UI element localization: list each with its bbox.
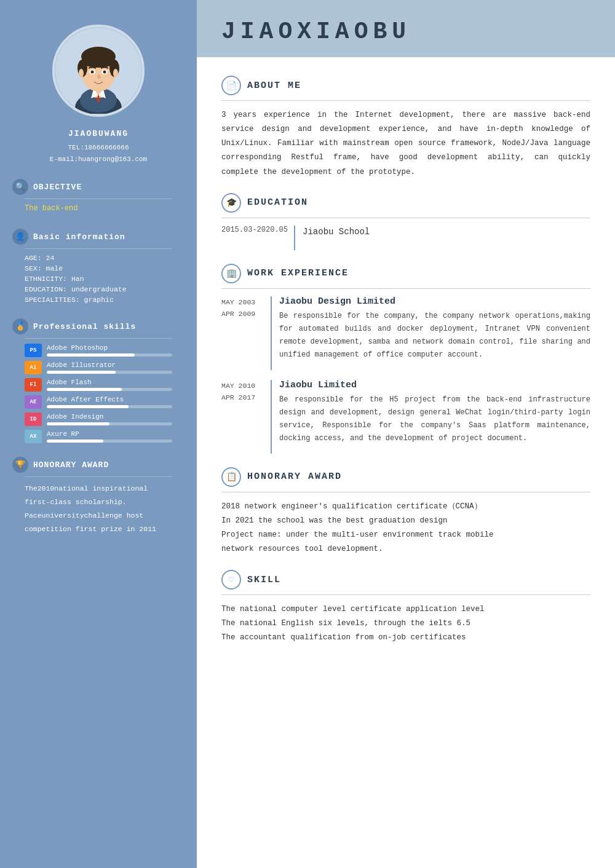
honorary-line-4: competition first prize in 2011 <box>25 523 172 536</box>
id-bar-fill <box>47 422 109 425</box>
objective-icon: 🔍 <box>12 179 28 195</box>
fl-badge: Fl <box>25 378 42 392</box>
honorary-line-1: The2010national inspirational <box>25 482 172 495</box>
id-name: Adobe Indesign <box>47 413 172 420</box>
about-title: ABOUT ME <box>247 81 301 91</box>
honorary-main-line-3: Project name: under the multi-user envir… <box>221 528 590 542</box>
fl-bar-fill <box>47 388 122 391</box>
ae-bar-bg <box>47 405 172 408</box>
work-content-1: Jiaobu Design Limited Be responsible for… <box>279 296 590 361</box>
fl-name: Adobe Flash <box>47 379 172 386</box>
honorary-header-sidebar: 🏆 HONORARY AWARD <box>12 457 184 473</box>
work-section: 🏢 WORK EXPERIENCE MAY 2003 APR 2009 Jiao… <box>221 264 590 454</box>
ax-bar-fill <box>47 440 103 443</box>
honorary-icon-sidebar: 🏆 <box>12 457 28 473</box>
ae-bar-container: Adobe After Effects <box>47 396 172 408</box>
basic-title: Basic information <box>33 232 125 242</box>
ai-bar-bg <box>47 371 172 374</box>
ps-name: Adobe Photoshop <box>47 344 172 352</box>
honorary-line-3: Paceuniversitychallenge host <box>25 509 172 523</box>
sidebar-basic-section: 👤 Basic information AGE: 24 SEX: male ET… <box>0 224 197 314</box>
basic-info-list: AGE: 24 SEX: male ETHNICITY: Han EDUCATI… <box>12 254 184 304</box>
skills-divider <box>25 338 172 339</box>
work-date1-1: MAY 2003 <box>221 296 271 309</box>
honorary-main-line-2: In 2021 the school was the best graduati… <box>221 514 590 528</box>
contact-tel: TEL:18666666666 <box>50 142 147 154</box>
skill-main-line-1: The national computer level certificate … <box>221 602 590 617</box>
work-dates-1: MAY 2003 APR 2009 <box>221 296 271 320</box>
basic-item-age: AGE: 24 <box>25 254 172 262</box>
sidebar-name: JIAOBUWANG <box>68 129 129 138</box>
ae-badge: AE <box>25 395 42 409</box>
ae-bar-fill <box>47 405 129 408</box>
fl-bar-bg <box>47 388 172 391</box>
objective-header: 🔍 OBJECTIVE <box>12 179 184 195</box>
id-badge: ID <box>25 412 42 426</box>
honorary-main-text: 2018 network engineer's qualification ce… <box>221 500 590 557</box>
edu-entry-1: 2015.03-2020.05 Jiaobu School <box>221 226 590 250</box>
work-date2-2: APR 2017 <box>221 392 271 404</box>
work-icon: 🏢 <box>221 264 241 283</box>
sidebar: JIAOBUWANG TEL:18666666666 E-mail:huangr… <box>0 0 197 868</box>
honorary-main-icon: 📋 <box>221 467 241 487</box>
svg-point-17 <box>113 69 118 77</box>
skill-ax: AX Axure RP <box>25 430 172 443</box>
ai-bar-fill <box>47 371 116 374</box>
work-date1-2: MAY 2010 <box>221 380 271 392</box>
skill-ps: PS Adobe Photoshop <box>25 344 172 357</box>
skill-main-line-2: The national English six levels, through… <box>221 617 590 631</box>
skill-section-main: ♡ SKILL The national computer level cert… <box>221 570 590 645</box>
honorary-main-line-1: 2018 network engineer's qualification ce… <box>221 500 590 514</box>
about-section-header: 📄 ABOUT ME <box>221 76 590 95</box>
work-vdivider-2 <box>271 380 272 454</box>
work-vdivider-1 <box>271 296 272 370</box>
honorary-main-title: HONORARY AWARD <box>247 471 342 482</box>
objective-divider <box>25 199 172 199</box>
ae-name: Adobe After Effects <box>47 396 172 403</box>
education-icon: 🎓 <box>221 193 241 213</box>
skill-main-header: ♡ SKILL <box>221 570 590 590</box>
honorary-text-sidebar: The2010national inspirational first-clas… <box>12 482 184 535</box>
main-content-area: JIAOXIAOBU 📄 ABOUT ME 3 years experience… <box>197 0 615 868</box>
skill-main-line-3: The accountant qualification from on-job… <box>221 631 590 645</box>
education-title: EDUCATION <box>247 197 308 208</box>
work-company-2: Jiaobu Limited <box>279 380 590 390</box>
ax-bar-container: Axure RP <box>47 430 172 443</box>
education-divider <box>221 218 590 218</box>
ps-bar-bg <box>47 353 172 357</box>
ps-badge: PS <box>25 344 42 357</box>
work-header: 🏢 WORK EXPERIENCE <box>221 264 590 283</box>
basic-header: 👤 Basic information <box>12 229 184 245</box>
skill-ae: AE Adobe After Effects <box>25 395 172 409</box>
ps-bar-container: Adobe Photoshop <box>47 344 172 357</box>
fl-bar-container: Adobe Flash <box>47 379 172 391</box>
main-header: JIAOXIAOBU <box>197 0 615 57</box>
basic-item-specialities: SPECIALITIES: graphic <box>25 296 172 304</box>
basic-item-education: EDUCATION: undergraduate <box>25 285 172 293</box>
honorary-title-sidebar: HONORARY AWARD <box>33 460 109 470</box>
svg-point-15 <box>103 71 106 74</box>
ai-bar-container: Adobe Illustrator <box>47 361 172 374</box>
work-entry-2: MAY 2010 APR 2017 Jiaobu Limited Be resp… <box>221 380 590 454</box>
work-content-2: Jiaobu Limited Be responsible for the H5… <box>279 380 590 445</box>
ax-badge: AX <box>25 430 42 443</box>
work-entry-1: MAY 2003 APR 2009 Jiaobu Design Limited … <box>221 296 590 370</box>
main-content: 📄 ABOUT ME 3 years experience in the Int… <box>197 69 615 677</box>
skills-title: Professional skills <box>33 322 136 331</box>
skill-main-divider <box>221 594 590 595</box>
honorary-main-line-4: network resources tool development. <box>221 542 590 556</box>
skill-main-icon: ♡ <box>221 570 241 590</box>
honorary-main-divider <box>221 492 590 492</box>
education-header: 🎓 EDUCATION <box>221 193 590 213</box>
education-section: 🎓 EDUCATION 2015.03-2020.05 Jiaobu Schoo… <box>221 193 590 250</box>
svg-point-16 <box>79 69 84 77</box>
ai-badge: Ai <box>25 361 42 374</box>
skill-ai: Ai Adobe Illustrator <box>25 361 172 374</box>
work-desc-1: Be responsible for the company, the comp… <box>279 310 590 361</box>
work-desc-2: Be responsible for the H5 project from t… <box>279 393 590 445</box>
basic-item-ethnicity: ETHNICITY: Han <box>25 275 172 283</box>
svg-point-14 <box>91 71 94 74</box>
honorary-line-2: first-class scholarship. <box>25 495 172 509</box>
main-header-name: JIAOXIAOBU <box>221 18 590 45</box>
sidebar-honorary-section: 🏆 HONORARY AWARD The2010national inspira… <box>0 452 197 540</box>
